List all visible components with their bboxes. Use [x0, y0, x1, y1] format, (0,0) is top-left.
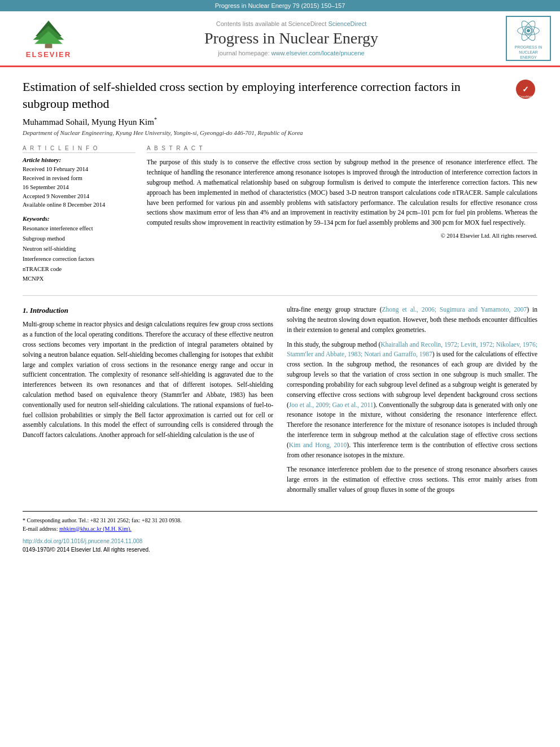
crossmark-section: ✓ CrossMark: [515, 78, 537, 102]
author-names: Muhammad Sohail, Myung Hyun Kim: [23, 117, 154, 126]
corresponding-text: * Corresponding author. Tel.: +82 31 201…: [23, 517, 182, 523]
journal-header: ELSEVIER Contents lists available at Sci…: [0, 11, 560, 67]
svg-text:CrossMark: CrossMark: [519, 95, 533, 98]
abstract-text: The purpose of this study is to conserve…: [147, 158, 537, 228]
svg-rect-4: [45, 44, 53, 48]
intro-paragraph: Multi-group scheme in reactor physics an…: [23, 320, 273, 440]
body-right-column: ultra-fine energy group structure (Zhong…: [287, 305, 537, 500]
article-title: Estimation of self-shielded cross sectio…: [23, 78, 508, 112]
copyright: © 2014 Elsevier Ltd. All rights reserved…: [147, 233, 537, 239]
svg-point-9: [527, 29, 530, 32]
journal-citation: Progress in Nuclear Energy 79 (2015) 150…: [215, 2, 345, 9]
right-para-2: In this study, the subgroup method (Khai…: [287, 340, 537, 461]
article-info: A R T I C L E I N F O Article history: R…: [23, 145, 135, 284]
body-columns: 1. Introduction Multi-group scheme in re…: [23, 305, 537, 500]
authors: Muhammad Sohail, Myung Hyun Kim*: [23, 116, 537, 127]
right-para-3: The resonance interference problem due t…: [287, 465, 537, 495]
journal-info-center: Contents lists available at ScienceDirec…: [88, 20, 495, 56]
sciencedirect-label: Contents lists available at ScienceDirec…: [94, 20, 489, 27]
article-title-section: Estimation of self-shielded cross sectio…: [23, 78, 537, 112]
nuclear-energy-icon: [514, 17, 542, 45]
received-revised: Received in revised form: [23, 174, 135, 183]
keyword-3: Neutron self-shielding: [23, 244, 135, 254]
corresponding-note: * Corresponding author. Tel.: +82 31 201…: [23, 516, 537, 525]
received-revised-date: 16 September 2014: [23, 183, 135, 192]
right-para-1: ultra-fine energy group structure (Zhong…: [287, 305, 537, 335]
journal-logo-right: PROGRESS IN NUCLEAR ENERGY: [495, 16, 551, 61]
keywords-title: Keywords:: [23, 215, 135, 222]
elsevier-brand: ELSEVIER: [26, 50, 71, 59]
sciencedirect-text: Contents lists available at ScienceDirec…: [216, 20, 327, 27]
article-info-title: A R T I C L E I N F O: [23, 145, 135, 153]
crossmark-icon: ✓ CrossMark: [515, 78, 536, 100]
journal-title: Progress in Nuclear Energy: [94, 29, 489, 47]
journal-logo-box: PROGRESS IN NUCLEAR ENERGY: [506, 16, 551, 61]
received-date1: Received 10 February 2014: [23, 165, 135, 174]
issn-text: 0149-1970/© 2014 Elsevier Ltd. All right…: [23, 547, 537, 553]
top-bar: Progress in Nuclear Energy 79 (2015) 150…: [0, 0, 560, 11]
section-divider: [23, 295, 537, 296]
svg-text:✓: ✓: [522, 85, 529, 94]
body-left-column: 1. Introduction Multi-group scheme in re…: [23, 305, 273, 500]
abstract-title: A B S T R A C T: [147, 145, 537, 153]
logo-line2: NUCLEAR: [519, 50, 537, 54]
author-star: *: [154, 116, 157, 123]
email-link[interactable]: mhkim@khu.ac.kr (M.H. Kim).: [59, 526, 132, 532]
history-title: Article history:: [23, 156, 135, 163]
keyword-6: MCNPX: [23, 274, 135, 284]
article-info-abstract: A R T I C L E I N F O Article history: R…: [23, 145, 537, 284]
keyword-1: Resonance interference effect: [23, 224, 135, 234]
intro-heading: 1. Introduction: [23, 305, 273, 316]
doi-link[interactable]: http://dx.doi.org/10.1016/j.pnucene.2014…: [23, 538, 142, 544]
ref-khairallah[interactable]: Khairallah and Recolin, 1972; Levitt, 19…: [287, 341, 537, 358]
email-label-text: E-mail address:: [23, 526, 58, 532]
right-p1-text: ultra-fine energy group structure (Zhong…: [287, 306, 537, 333]
right-p2-text: In this study, the subgroup method (Khai…: [287, 341, 537, 458]
homepage-label: journal homepage:: [218, 50, 269, 56]
main-content: Estimation of self-shielded cross sectio…: [0, 67, 560, 564]
journal-homepage: journal homepage: www.elsevier.com/locat…: [94, 50, 489, 56]
available-online: Available online 8 December 2014: [23, 200, 135, 209]
keyword-5: nTRACER code: [23, 264, 135, 274]
keyword-4: Interference correction factors: [23, 254, 135, 264]
accepted-date: Accepted 9 November 2014: [23, 192, 135, 201]
footer-area: * Corresponding author. Tel.: +82 31 201…: [23, 511, 537, 553]
ref-zhong[interactable]: Zhong et al., 2006; Sugimura and Yamamot…: [382, 306, 527, 313]
elsevier-logo-section: ELSEVIER: [9, 18, 88, 59]
ref-joo[interactable]: Joo et al., 2009; Gao et al., 2011: [289, 401, 374, 408]
sciencedirect-link[interactable]: ScienceDirect: [328, 20, 366, 27]
logo-line1: PROGRESS IN: [515, 45, 542, 49]
email-note: E-mail address: mhkim@khu.ac.kr (M.H. Ki…: [23, 525, 537, 533]
affiliation: Department of Nuclear Engineering, Kyung…: [23, 129, 537, 136]
ref-kim[interactable]: Kim and Hong, 2010: [289, 442, 347, 448]
homepage-url[interactable]: www.elsevier.com/locate/pnucene: [272, 50, 365, 56]
keyword-2: Subgroup method: [23, 234, 135, 244]
logo-text: PROGRESS IN NUCLEAR ENERGY: [515, 45, 542, 60]
elsevier-tree-icon: [23, 18, 74, 49]
logo-line3: ENERGY: [520, 55, 537, 59]
abstract-section: A B S T R A C T The purpose of this stud…: [147, 145, 537, 284]
